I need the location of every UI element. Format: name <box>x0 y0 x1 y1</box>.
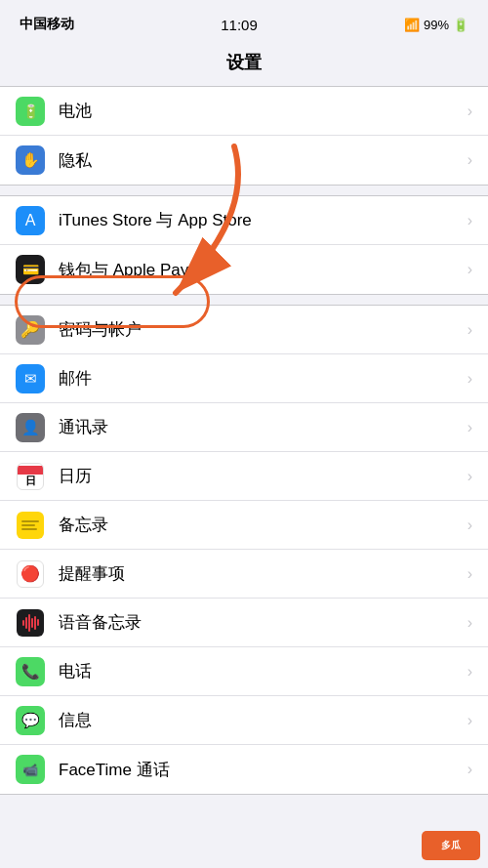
mail-symbol: ✉ <box>24 370 37 388</box>
chevron-icon: › <box>468 212 472 229</box>
voice-bar-5 <box>34 616 36 630</box>
reminders-label: 提醒事项 <box>59 562 460 585</box>
password-label: 密码与帐户 <box>59 318 460 341</box>
notes-line-2 <box>21 524 35 526</box>
phone-label: 电话 <box>59 660 460 682</box>
privacy-label: 隐私 <box>59 149 460 172</box>
voice-label: 语音备忘录 <box>59 611 460 634</box>
battery-icon: 🔋 <box>453 18 468 32</box>
appstore-symbol: A <box>25 212 36 229</box>
password-icon-bg: 🔑 <box>16 315 45 345</box>
settings-item-calendar[interactable]: 日 日历 › <box>0 452 488 501</box>
settings-item-privacy[interactable]: ✋ 隐私 › <box>0 136 488 185</box>
wallet-symbol: 💳 <box>22 262 39 277</box>
settings-item-voice[interactable]: 语音备忘录 › <box>0 599 488 647</box>
wallet-icon-bg: 💳 <box>16 255 45 284</box>
settings-item-password[interactable]: 🔑 密码与帐户 › <box>0 306 488 354</box>
watermark: 多瓜 <box>422 831 480 860</box>
voice-bar-1 <box>22 620 24 626</box>
chevron-icon: › <box>468 468 472 485</box>
appstore-icon-bg: A <box>16 206 45 235</box>
contacts-icon-bg: 👤 <box>16 413 45 442</box>
status-bar: 中国移动 11:09 📶 99% 🔋 <box>0 0 488 43</box>
facetime-symbol: 📹 <box>22 763 38 777</box>
settings-group-2: A iTunes Store 与 App Store › 💳 钱包与 Apple… <box>0 195 488 295</box>
contacts-label: 通讯录 <box>59 416 460 438</box>
messages-symbol: 💬 <box>21 712 40 729</box>
voice-icon-inner <box>17 609 44 637</box>
settings-item-battery[interactable]: 🔋 电池 › <box>0 87 488 136</box>
wallet-label: 钱包与 Apple Pay <box>59 259 460 281</box>
privacy-icon-bg: ✋ <box>16 145 45 175</box>
mail-icon-bg: ✉ <box>16 364 45 393</box>
settings-item-reminders[interactable]: 🔴 提醒事项 › <box>0 550 488 599</box>
chevron-icon: › <box>468 614 472 632</box>
messages-icon-bg: 💬 <box>16 706 45 735</box>
facetime-icon-bg: 📹 <box>16 755 45 784</box>
messages-label: 信息 <box>59 709 460 731</box>
facetime-label: FaceTime 通话 <box>59 759 460 781</box>
password-symbol: 🔑 <box>20 320 40 339</box>
chevron-icon: › <box>468 261 472 278</box>
page-title: 设置 <box>0 43 488 86</box>
calendar-icon-bg: 日 <box>16 462 45 491</box>
settings-item-appstore[interactable]: A iTunes Store 与 App Store › <box>0 196 488 245</box>
chevron-icon: › <box>468 419 472 436</box>
chevron-icon: › <box>468 565 472 583</box>
settings-item-mail[interactable]: ✉ 邮件 › <box>0 354 488 403</box>
voice-bar-6 <box>37 619 39 626</box>
reminders-icon-bg: 🔴 <box>16 559 45 589</box>
voice-icon-bg <box>16 608 45 638</box>
calendar-day: 日 <box>25 475 36 486</box>
chevron-icon: › <box>468 761 472 778</box>
voice-bar-2 <box>25 617 27 629</box>
phone-icon-bg: 📞 <box>16 657 45 686</box>
voice-wave <box>22 614 39 632</box>
chevron-icon: › <box>468 321 472 339</box>
carrier-label: 中国移动 <box>20 16 74 33</box>
voice-bar-3 <box>28 614 30 632</box>
chevron-icon: › <box>468 712 472 729</box>
chevron-icon: › <box>468 517 472 534</box>
time-label: 11:09 <box>221 17 258 33</box>
calendar-icon-inner: 日 <box>17 463 44 490</box>
status-right: 📶 99% 🔋 <box>404 18 468 32</box>
settings-item-messages[interactable]: 💬 信息 › <box>0 696 488 745</box>
chevron-icon: › <box>468 151 472 169</box>
appstore-label: iTunes Store 与 App Store <box>59 209 460 231</box>
settings-group-3: 🔑 密码与帐户 › ✉ 邮件 › 👤 通讯录 › 日 日历 › <box>0 305 488 795</box>
notes-label: 备忘录 <box>59 514 460 536</box>
reminders-icon-inner: 🔴 <box>17 560 44 588</box>
battery-icon-bg: 🔋 <box>16 97 45 126</box>
notes-line-3 <box>21 528 37 530</box>
battery-symbol: 🔋 <box>22 103 39 119</box>
wifi-icon: 📶 <box>404 18 420 32</box>
spacer-1 <box>0 186 488 195</box>
settings-item-notes[interactable]: 备忘录 › <box>0 501 488 550</box>
mail-label: 邮件 <box>59 367 460 390</box>
settings-item-facetime[interactable]: 📹 FaceTime 通话 › <box>0 745 488 794</box>
notes-icon-inner <box>17 512 44 539</box>
chevron-icon: › <box>468 370 472 388</box>
settings-item-contacts[interactable]: 👤 通讯录 › <box>0 403 488 452</box>
notes-line-1 <box>21 520 39 522</box>
calendar-label: 日历 <box>59 465 460 487</box>
chevron-icon: › <box>468 103 472 120</box>
notes-icon-bg <box>16 511 45 540</box>
calendar-header <box>18 466 43 475</box>
spacer-2 <box>0 295 488 305</box>
settings-item-wallet[interactable]: 💳 钱包与 Apple Pay › <box>0 245 488 294</box>
reminders-symbol: 🔴 <box>20 564 40 583</box>
chevron-icon: › <box>468 663 472 681</box>
battery-label: 电池 <box>59 100 460 122</box>
voice-bar-4 <box>31 618 33 628</box>
contacts-symbol: 👤 <box>21 419 40 436</box>
privacy-symbol: ✋ <box>21 151 40 169</box>
phone-symbol: 📞 <box>21 663 40 681</box>
settings-item-phone[interactable]: 📞 电话 › <box>0 647 488 696</box>
battery-label: 99% <box>424 18 449 32</box>
settings-group-1: 🔋 电池 › ✋ 隐私 › <box>0 86 488 186</box>
